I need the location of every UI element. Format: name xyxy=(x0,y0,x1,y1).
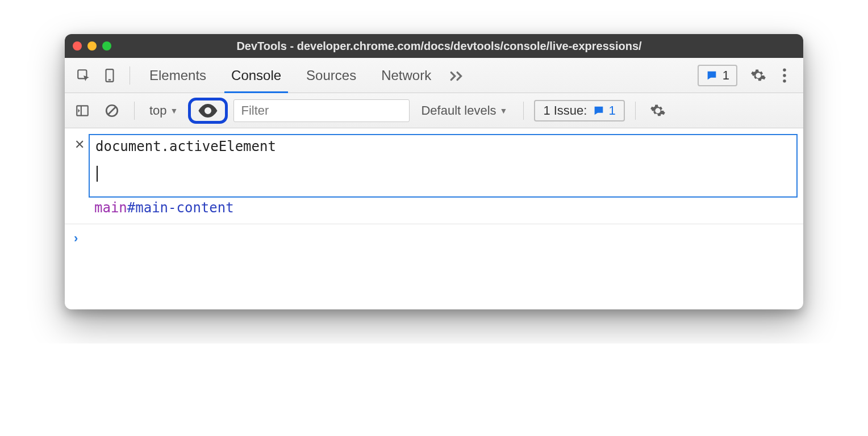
execution-context-select[interactable]: top ▼ xyxy=(145,103,182,118)
text-caret xyxy=(97,166,98,182)
result-tag: main xyxy=(94,200,127,216)
remove-live-expression-button[interactable]: ✕ xyxy=(70,134,89,152)
live-expression-result: main#main-content xyxy=(65,198,803,224)
divider xyxy=(523,102,524,120)
tab-label: Elements xyxy=(149,68,206,83)
chevron-down-icon: ▼ xyxy=(500,106,508,115)
main-tabbar: Elements Console Sources Network 1 xyxy=(65,58,803,93)
live-expression-text: document.activeElement xyxy=(95,139,791,154)
tab-label: Network xyxy=(381,68,431,83)
tab-console[interactable]: Console xyxy=(219,58,294,93)
chevron-down-icon: ▼ xyxy=(170,106,178,115)
tab-elements[interactable]: Elements xyxy=(137,58,219,93)
tab-sources[interactable]: Sources xyxy=(294,58,369,93)
kebab-menu-icon[interactable] xyxy=(773,64,796,87)
svg-line-9 xyxy=(108,107,116,114)
log-levels-select[interactable]: Default levels ▼ xyxy=(415,103,513,118)
live-expression-input[interactable]: document.activeElement xyxy=(89,134,798,198)
svg-point-3 xyxy=(783,68,786,71)
context-label: top xyxy=(149,103,167,118)
live-expression-row: ✕ document.activeElement xyxy=(65,128,803,198)
devtools-window: DevTools - developer.chrome.com/docs/dev… xyxy=(65,34,803,309)
settings-icon[interactable] xyxy=(746,64,770,87)
divider xyxy=(635,102,636,120)
message-icon xyxy=(592,104,605,117)
console-toolbar: top ▼ Default levels ▼ 1 Issue: 1 xyxy=(65,93,803,128)
live-expression-button[interactable] xyxy=(188,98,228,124)
messages-count: 1 xyxy=(723,68,729,83)
eye-icon xyxy=(198,103,218,119)
result-id: #main-content xyxy=(127,200,234,216)
divider xyxy=(130,66,130,85)
message-icon xyxy=(706,69,718,82)
close-window-button[interactable] xyxy=(73,41,82,51)
issues-count: 1 xyxy=(608,103,615,118)
more-tabs-icon[interactable] xyxy=(445,64,469,87)
console-prompt[interactable]: › xyxy=(65,224,803,309)
svg-point-4 xyxy=(783,74,786,77)
console-settings-icon[interactable] xyxy=(646,99,670,123)
clear-console-icon[interactable] xyxy=(100,99,124,123)
tab-label: Sources xyxy=(306,68,356,83)
messages-badge[interactable]: 1 xyxy=(698,65,737,86)
window-title: DevTools - developer.chrome.com/docs/dev… xyxy=(83,40,795,53)
toggle-sidebar-icon[interactable] xyxy=(70,99,94,123)
titlebar: DevTools - developer.chrome.com/docs/dev… xyxy=(65,34,803,58)
device-toolbar-icon[interactable] xyxy=(98,64,122,87)
tab-network[interactable]: Network xyxy=(369,58,444,93)
divider xyxy=(134,102,135,120)
inspect-element-icon[interactable] xyxy=(72,64,95,87)
issues-chip[interactable]: 1 Issue: 1 xyxy=(534,100,624,121)
svg-point-5 xyxy=(783,79,786,82)
prompt-caret-icon: › xyxy=(74,230,78,246)
tab-label: Console xyxy=(231,68,281,83)
levels-label: Default levels xyxy=(421,103,496,118)
issues-label: 1 Issue: xyxy=(543,103,587,118)
filter-input[interactable] xyxy=(233,99,410,122)
